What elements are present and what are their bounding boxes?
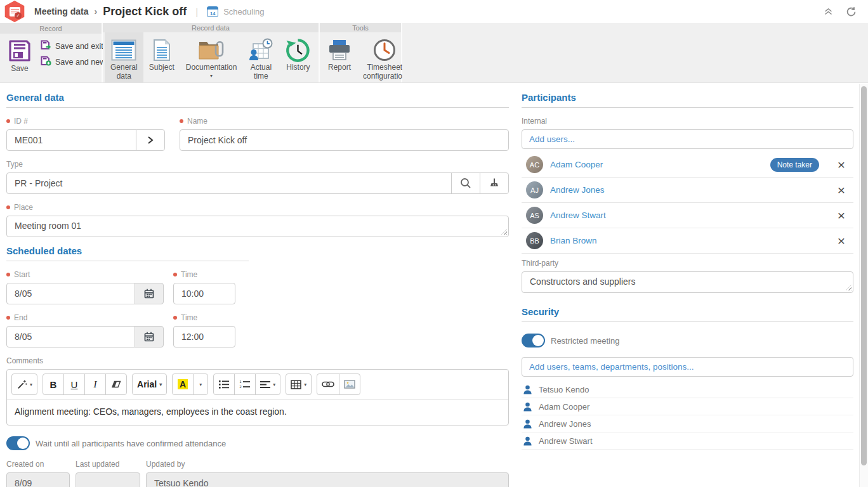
name-input[interactable] <box>180 129 509 151</box>
magic-wand-button[interactable]: ▾ <box>11 373 37 395</box>
font-family-select[interactable]: Arial▾ <box>132 373 167 395</box>
participant-row: AJ Andrew Jones × <box>522 178 853 203</box>
third-party-input[interactable]: Constructors and suppliers <box>522 271 853 293</box>
restricted-meeting-toggle[interactable] <box>522 334 545 347</box>
general-data-icon <box>111 37 136 63</box>
underline-button[interactable]: U <box>63 373 85 395</box>
comments-label: Comments <box>6 356 509 365</box>
attendance-toggle[interactable] <box>6 436 30 450</box>
security-member-row: Andrew Stwart <box>522 432 853 450</box>
highlight-dropdown-caret: ▾ <box>199 382 202 387</box>
note-taker-badge: Note taker <box>770 158 819 172</box>
table-button[interactable]: ▾ <box>286 373 312 395</box>
participant-row: AS Andrew Stwart × <box>522 203 853 228</box>
eraser-button[interactable] <box>105 373 127 395</box>
avatar: BB <box>526 232 543 249</box>
end-time-label: Time <box>173 313 235 322</box>
ribbon-group-record-data-label: Record data <box>103 23 319 32</box>
save-and-new-icon <box>41 56 51 68</box>
security-add-input[interactable] <box>522 357 853 377</box>
end-time-input[interactable] <box>173 326 235 347</box>
refresh-icon[interactable] <box>846 6 857 17</box>
participants-section-title: Participants <box>522 84 853 108</box>
participant-name-link[interactable]: Brian Brown <box>550 236 597 245</box>
internal-participants-list: AC Adam Cooper Note taker × AJ Andrew Jo… <box>522 152 853 254</box>
type-search-button[interactable] <box>451 172 480 194</box>
remove-participant-button[interactable]: × <box>834 158 848 171</box>
insert-link-button[interactable] <box>317 373 339 395</box>
security-member-row: Tetsuo Kendo <box>522 381 853 398</box>
numbered-list-button[interactable]: 1 2 <box>234 373 256 395</box>
bold-button[interactable]: B <box>43 373 64 395</box>
add-users-input[interactable] <box>522 129 853 149</box>
person-icon <box>523 436 532 446</box>
insert-image-button[interactable] <box>339 373 360 395</box>
start-date-input[interactable] <box>6 283 135 304</box>
align-button[interactable]: ▾ <box>255 373 280 395</box>
start-time-input[interactable] <box>173 283 235 304</box>
save-and-exit-icon <box>41 40 51 52</box>
svg-text:2: 2 <box>240 385 242 389</box>
general-data-section-title: General data <box>6 84 509 108</box>
scheduling-calendar-icon[interactable]: 14 <box>207 6 218 17</box>
end-date-input[interactable] <box>6 326 135 347</box>
history-tab[interactable]: History <box>279 32 317 82</box>
save-button[interactable]: Save <box>4 36 36 82</box>
subject-tab[interactable]: Subject <box>143 32 180 82</box>
security-section-title: Security <box>522 298 853 322</box>
breadcrumb[interactable]: Meeting data <box>34 6 89 16</box>
documentation-dropdown-caret: ▾ <box>210 73 213 79</box>
save-and-exit-button[interactable]: Save and exit <box>41 40 105 52</box>
comments-text-area[interactable]: Alignment meeting: CEOs, managers, emplo… <box>7 399 508 425</box>
participant-name-link[interactable]: Andrew Jones <box>550 185 605 195</box>
wand-dropdown-caret: ▾ <box>30 382 32 387</box>
avatar: AC <box>526 156 543 173</box>
start-time-label: Time <box>173 270 235 279</box>
actual-time-icon <box>248 37 273 63</box>
highlight-color-button[interactable]: A <box>172 373 194 395</box>
bullet-list-button[interactable] <box>213 373 235 395</box>
start-date-label: Start <box>6 270 164 279</box>
actual-time-tab[interactable]: Actual time <box>242 32 279 82</box>
italic-button[interactable]: I <box>84 373 106 395</box>
updated-by-value <box>146 472 509 487</box>
id-open-button[interactable] <box>136 129 165 151</box>
remove-participant-button[interactable]: × <box>834 183 848 197</box>
report-printer-icon <box>327 37 352 63</box>
page-title: Project Kick off <box>103 5 187 18</box>
participant-name-link[interactable]: Adam Cooper <box>550 160 603 169</box>
history-icon <box>285 37 311 63</box>
save-icon <box>8 37 32 64</box>
report-button[interactable]: Report <box>322 32 357 82</box>
type-input[interactable] <box>6 172 452 194</box>
restricted-meeting-label: Restricted meeting <box>551 336 619 346</box>
type-clear-button[interactable] <box>480 172 509 194</box>
security-member-name: Andrew Stwart <box>539 436 593 446</box>
general-data-tab[interactable]: General data <box>105 32 143 82</box>
remove-participant-button[interactable]: × <box>834 209 848 222</box>
documentation-tab[interactable]: Documentation ▾ <box>180 32 243 82</box>
collapse-ribbon-icon[interactable] <box>824 7 833 16</box>
place-input[interactable]: Meeting room 01 <box>6 216 509 237</box>
person-icon <box>523 419 532 429</box>
end-date-calendar-button[interactable] <box>135 326 164 347</box>
scrollbar-thumb[interactable] <box>861 86 867 465</box>
person-icon <box>523 385 532 394</box>
comments-editor: ▾ B U I Arial▾ <box>6 369 509 425</box>
title-divider: | <box>195 6 198 17</box>
participant-name-link[interactable]: Andrew Stwart <box>550 211 606 220</box>
save-and-new-button[interactable]: Save and new <box>41 56 105 68</box>
highlight-dropdown-button[interactable]: ▾ <box>193 373 208 395</box>
scheduling-label[interactable]: Scheduling <box>223 7 264 16</box>
ribbon-group-record-data: Record data General data <box>103 23 319 82</box>
documentation-icon <box>197 37 225 63</box>
ribbon: Record Save <box>0 23 868 83</box>
remove-participant-button[interactable]: × <box>834 234 848 247</box>
id-input[interactable] <box>6 129 136 151</box>
font-dropdown-caret: ▾ <box>159 382 162 387</box>
participants-panel: Participants Internal AC Adam Cooper Not… <box>522 84 853 450</box>
scheduled-dates-section-title: Scheduled dates <box>6 237 249 261</box>
start-date-calendar-button[interactable] <box>135 283 164 304</box>
vertical-scrollbar[interactable] <box>859 84 868 487</box>
security-member-name: Tetsuo Kendo <box>539 385 589 394</box>
